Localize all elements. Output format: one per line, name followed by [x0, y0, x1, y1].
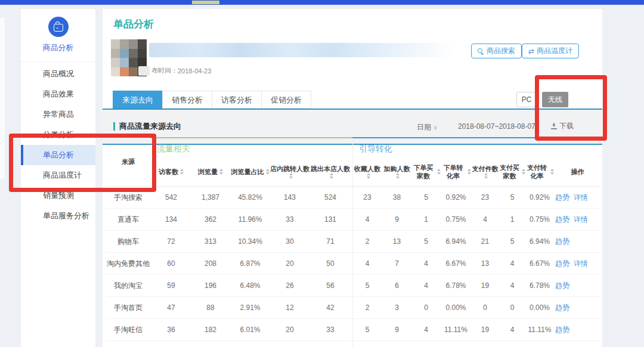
value-cell: 45.82% [229, 193, 271, 202]
column-header-跳出本店人数[interactable]: 跳出本店人数 [308, 157, 352, 186]
value-cell: 56 [308, 281, 352, 290]
value-cell: 11.11% [441, 326, 471, 334]
value-cell: 6 [382, 281, 411, 290]
actions-cell: 趋势 [554, 325, 601, 335]
value-cell: 4 [499, 281, 525, 290]
sort-arrows-icon [266, 169, 270, 175]
column-header-支付买家数[interactable]: 支付买家数 [499, 157, 525, 186]
value-cell: 5 [499, 237, 525, 246]
column-header-浏览量占比[interactable]: 浏览量占比 [229, 157, 271, 186]
device-toggle-pc[interactable]: PC [516, 92, 537, 107]
sidebar-item-商品温度计[interactable]: 商品温度计 [21, 165, 95, 185]
sidebar-item-异常商品[interactable]: 异常商品 [21, 104, 95, 125]
top-progress-bar [0, 0, 644, 5]
value-cell: 0 [471, 303, 499, 312]
release-date-value: 2018-04-23 [178, 67, 211, 75]
source-cell: 淘内免费其他 [106, 259, 150, 269]
censored-label-chip [138, 66, 150, 76]
device-toggle-wireless[interactable]: 无线 [542, 92, 568, 107]
actions-cell: 趋势详情 [554, 215, 601, 225]
sidebar-menu: 商品概况商品效果异常商品分类分析单品分析商品温度计销量预测单品服务分析 [21, 64, 95, 226]
value-cell: 60 [150, 259, 192, 268]
value-cell: 0 [499, 303, 525, 312]
trend-link[interactable]: 趋势 [555, 325, 569, 335]
value-cell: 59 [150, 281, 192, 290]
value-cell: 0.92% [441, 193, 471, 202]
date-filter-dropdown[interactable]: 日期∨ [417, 122, 438, 132]
sidebar-divider [21, 61, 95, 62]
column-header-支付转化率[interactable]: 支付转化率 [525, 157, 554, 186]
sort-arrows-icon [330, 173, 333, 179]
group-conversion: 引导转化 [352, 137, 601, 157]
tab-销售分析[interactable]: 销售分析 [162, 91, 212, 109]
detail-link[interactable]: 详情 [574, 259, 588, 269]
source-cell: 手淘搜索 [106, 193, 150, 203]
value-cell: 313 [192, 237, 229, 246]
sort-arrows-icon [180, 169, 184, 175]
table-row-直通车: 直通车13436211.96%331314910.75%410.75%趋势详情 [106, 208, 601, 230]
value-cell: 5 [411, 193, 441, 202]
product-thermometer-button[interactable]: ⇄ 商品温度计 [522, 44, 579, 58]
trend-link[interactable]: 趋势 [555, 303, 569, 313]
topbar-progress-notch [192, 1, 219, 4]
sidebar-item-销量预测[interactable]: 销量预测 [21, 185, 95, 206]
value-cell: 131 [308, 215, 352, 224]
value-cell: 4 [411, 281, 441, 290]
value-cell: 42 [308, 303, 352, 312]
value-cell: 5 [352, 281, 382, 290]
value-cell: 20 [271, 326, 308, 334]
release-date-label: 布时间： [151, 66, 178, 75]
sidebar-item-单品分析[interactable]: 单品分析 [21, 145, 95, 165]
trend-link[interactable]: 趋势 [555, 237, 569, 247]
sidebar-item-单品服务分析[interactable]: 单品服务分析 [21, 206, 95, 226]
value-cell: 9 [382, 215, 411, 224]
trend-link[interactable]: 趋势 [555, 281, 569, 291]
trend-link[interactable]: 趋势 [555, 215, 569, 225]
sidebar-item-商品概况[interactable]: 商品概况 [21, 64, 95, 84]
column-header-支付件数[interactable]: 支付件数 [471, 157, 499, 186]
value-cell: 524 [308, 193, 352, 202]
source-cell: 购物车 [106, 237, 150, 247]
value-cell: 4 [352, 259, 382, 268]
value-cell: 542 [150, 193, 192, 202]
value-cell: 208 [192, 259, 229, 268]
actions-cell: 趋势详情 [554, 259, 601, 269]
date-range-value[interactable]: 2018-08-07~2018-08-07 [458, 122, 535, 131]
value-cell: 38 [382, 193, 411, 202]
value-cell: 4 [352, 215, 382, 224]
trend-link[interactable]: 趋势 [555, 193, 569, 203]
tab-访客分析[interactable]: 访客分析 [212, 91, 262, 109]
detail-link[interactable]: 详情 [574, 215, 588, 225]
value-cell: 0.00% [525, 303, 554, 312]
tab-促销分析[interactable]: 促销分析 [261, 91, 311, 109]
value-cell: 23 [471, 193, 499, 202]
analysis-tabs: 来源去向销售分析访客分析促销分析 [113, 91, 311, 109]
column-header-下单转化率[interactable]: 下单转化率 [441, 157, 471, 186]
source-cell: 手淘首页 [106, 303, 150, 313]
product-search-button[interactable]: 商品搜索 [471, 44, 522, 58]
source-cell: 我的淘宝 [106, 281, 150, 291]
tab-来源去向[interactable]: 来源去向 [113, 91, 163, 109]
sidebar-item-商品效果[interactable]: 商品效果 [21, 84, 95, 104]
table-row-淘内免费其他: 淘内免费其他602086.87%20504746.67%1346.67%趋势详情 [106, 252, 601, 274]
column-header-下单买家数[interactable]: 下单买家数 [411, 157, 441, 186]
value-cell: 12 [271, 303, 308, 312]
column-header-操作: 操作 [554, 157, 601, 186]
value-cell: 182 [192, 326, 229, 334]
trend-link[interactable]: 趋势 [555, 259, 569, 269]
column-header-加购人数[interactable]: 加购人数 [382, 157, 411, 186]
shopping-bag-icon [54, 24, 63, 32]
source-cell: 直通车 [106, 215, 150, 225]
value-cell: 5 [352, 326, 382, 334]
value-cell: 6.67% [441, 259, 471, 268]
value-cell: 33 [308, 326, 352, 334]
column-header-收藏人数[interactable]: 收藏人数 [352, 157, 382, 186]
column-header-访客数[interactable]: 访客数 [150, 157, 192, 186]
table-row-购物车: 购物车7231310.34%307121356.94%2156.94%趋势 [106, 230, 601, 252]
column-header-浏览量[interactable]: 浏览量 [192, 157, 229, 186]
detail-link[interactable]: 详情 [574, 193, 588, 203]
download-button[interactable]: 下载 [551, 121, 574, 131]
sidebar-item-分类分析[interactable]: 分类分析 [21, 125, 95, 145]
column-header-店内跳转人数[interactable]: 店内跳转人数 [271, 157, 308, 186]
value-cell: 2 [352, 237, 382, 246]
